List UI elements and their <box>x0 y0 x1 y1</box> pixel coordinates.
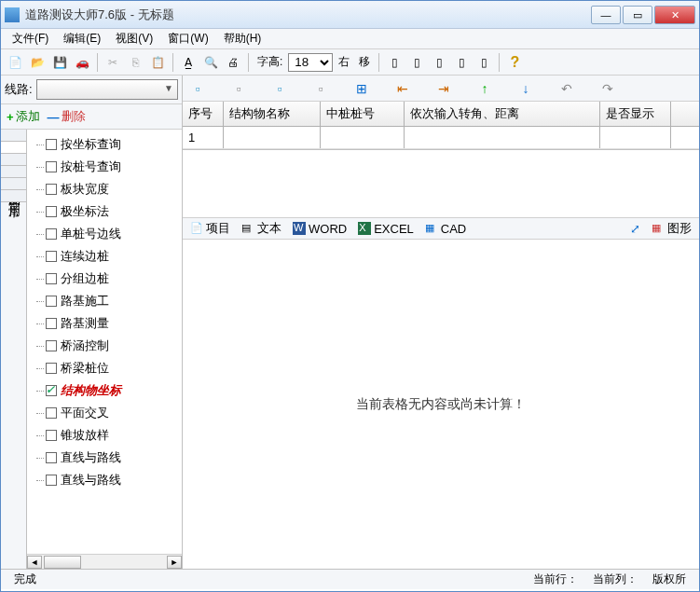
add-button[interactable]: + 添加 <box>7 108 40 125</box>
copy-icon[interactable]: ⎘ <box>125 52 145 73</box>
side-tab-0[interactable]: 导线平差 <box>1 130 26 142</box>
h-scrollbar[interactable]: ◄ ► <box>27 554 182 569</box>
th-input[interactable]: 依次输入转角、距离 <box>405 102 600 126</box>
th-name[interactable]: 结构物名称 <box>224 102 321 126</box>
checkbox-icon[interactable] <box>46 184 57 195</box>
redo-icon[interactable]: ↷ <box>598 79 617 98</box>
help-icon[interactable]: ? <box>504 52 525 73</box>
export-word[interactable]: WWORD <box>289 222 350 236</box>
tree-item-15[interactable]: 直线与路线 <box>29 469 180 491</box>
delete-row-icon[interactable]: ▫ <box>311 79 330 98</box>
move-up-icon[interactable]: ↑ <box>475 79 494 98</box>
tree-item-2[interactable]: 板块宽度 <box>29 178 180 200</box>
move-label[interactable]: 移 <box>355 54 374 70</box>
export-graphic[interactable]: ▦图形 <box>648 220 695 237</box>
menu-view[interactable]: 视图(V) <box>110 29 158 48</box>
export-excel[interactable]: XEXCEL <box>354 222 418 236</box>
th-stake[interactable]: 中桩桩号 <box>321 102 405 126</box>
checkbox-icon[interactable] <box>46 161 57 172</box>
checkbox-icon[interactable] <box>46 363 57 374</box>
tree-item-3[interactable]: 极坐标法 <box>29 200 180 223</box>
side-tab-3[interactable]: 隧道分析 <box>1 166 26 178</box>
tree-item-13[interactable]: 锥坡放样 <box>29 424 180 447</box>
delete-button[interactable]: — 删除 <box>48 108 86 125</box>
save-icon[interactable]: 💾 <box>49 52 70 73</box>
chart-icon-btn[interactable]: ⤢ <box>626 222 644 236</box>
scroll-right-icon[interactable]: ► <box>167 556 182 569</box>
align1-icon[interactable]: ▯ <box>384 52 405 73</box>
checkbox-icon[interactable] <box>46 251 57 262</box>
calc-icon[interactable]: ⊞ <box>352 79 371 98</box>
tree-item-4[interactable]: 单桩号边线 <box>29 223 180 245</box>
table-header: 序号 结构物名称 中桩桩号 依次输入转角、距离 是否显示 <box>183 102 699 127</box>
checkbox-icon[interactable] <box>46 296 57 307</box>
menu-file[interactable]: 文件(F) <box>7 29 54 48</box>
font-height-select[interactable]: 18 <box>288 53 333 72</box>
menu-window[interactable]: 窗口(W) <box>162 29 213 48</box>
th-seq[interactable]: 序号 <box>183 102 224 126</box>
paste-row-icon[interactable]: ▫ <box>270 79 289 98</box>
close-button[interactable]: ✕ <box>654 6 695 24</box>
copy-row-icon[interactable]: ▫ <box>229 79 248 98</box>
export-project[interactable]: 📄项目 <box>186 220 234 237</box>
tree-item-12[interactable]: 平面交叉 <box>29 402 180 424</box>
tree-item-9[interactable]: 桥涵控制 <box>29 335 180 357</box>
checkbox-icon[interactable] <box>46 139 57 150</box>
menu-help[interactable]: 帮助(H) <box>218 29 268 48</box>
side-tab-2[interactable]: 横断工程 <box>1 154 26 166</box>
app-icon <box>5 7 20 22</box>
chart-icon: ⤢ <box>630 222 640 236</box>
menu-edit[interactable]: 编辑(E) <box>58 29 106 48</box>
undo-icon[interactable]: ↶ <box>557 79 576 98</box>
side-tab-1[interactable]: 全线测设 <box>1 142 26 154</box>
new-icon[interactable]: 📄 <box>5 52 25 73</box>
move-down-icon[interactable]: ↓ <box>516 79 535 98</box>
car-icon[interactable]: 🚗 <box>72 52 92 73</box>
align3-icon[interactable]: ▯ <box>429 52 449 73</box>
tree-item-7[interactable]: 路基施工 <box>29 290 180 312</box>
th-show[interactable]: 是否显示 <box>600 102 671 126</box>
checkbox-icon[interactable] <box>46 340 57 351</box>
insert-after-icon[interactable]: ⇥ <box>434 79 453 98</box>
cut-icon[interactable]: ✂ <box>103 52 123 73</box>
side-tab-4[interactable]: 局部测设 <box>1 178 26 190</box>
checkbox-icon[interactable] <box>46 407 57 419</box>
scroll-thumb[interactable] <box>44 556 81 569</box>
tree-item-1[interactable]: 按桩号查询 <box>29 156 180 178</box>
tree-item-11[interactable]: 结构物坐标 <box>29 379 180 402</box>
new-row-icon[interactable]: ▫ <box>188 79 207 98</box>
tree-item-8[interactable]: 路基测量 <box>29 312 180 335</box>
side-tab-5[interactable]: 常用 <box>1 190 26 202</box>
align2-icon[interactable]: ▯ <box>406 52 427 73</box>
checkbox-icon[interactable] <box>46 273 57 284</box>
right-label[interactable]: 右 <box>335 54 353 70</box>
tree-item-14[interactable]: 直线与路线 <box>29 447 180 469</box>
tree-item-5[interactable]: 连续边桩 <box>29 245 180 268</box>
tree-item-0[interactable]: 按坐标查询 <box>29 133 180 156</box>
checkbox-icon[interactable] <box>46 206 57 217</box>
maximize-button[interactable]: ▭ <box>623 6 652 24</box>
table-row[interactable]: 1 <box>183 127 699 149</box>
open-icon[interactable]: 📂 <box>27 52 48 73</box>
checkbox-icon[interactable] <box>46 475 57 486</box>
paste-icon[interactable]: 📋 <box>147 52 168 73</box>
align5-icon[interactable]: ▯ <box>474 52 494 73</box>
export-text[interactable]: ▤文本 <box>238 220 285 237</box>
checkbox-icon[interactable] <box>46 430 57 441</box>
align4-icon[interactable]: ▯ <box>451 52 472 73</box>
excel-icon: X <box>358 222 371 235</box>
insert-before-icon[interactable]: ⇤ <box>393 79 412 98</box>
checkbox-icon[interactable] <box>46 228 57 240</box>
zoom-icon[interactable]: 🔍 <box>200 52 221 73</box>
route-combo[interactable] <box>36 79 178 100</box>
scroll-left-icon[interactable]: ◄ <box>27 556 42 569</box>
font-icon[interactable]: A̲ <box>178 52 199 73</box>
checkbox-icon[interactable] <box>46 452 57 463</box>
checkbox-icon[interactable] <box>46 385 57 396</box>
tree-item-10[interactable]: 桥梁桩位 <box>29 357 180 379</box>
checkbox-icon[interactable] <box>46 318 57 329</box>
tree-item-6[interactable]: 分组边桩 <box>29 268 180 290</box>
export-cad[interactable]: ▦CAD <box>421 222 470 236</box>
minimize-button[interactable]: — <box>591 6 621 24</box>
print-icon[interactable]: 🖨 <box>223 52 243 73</box>
